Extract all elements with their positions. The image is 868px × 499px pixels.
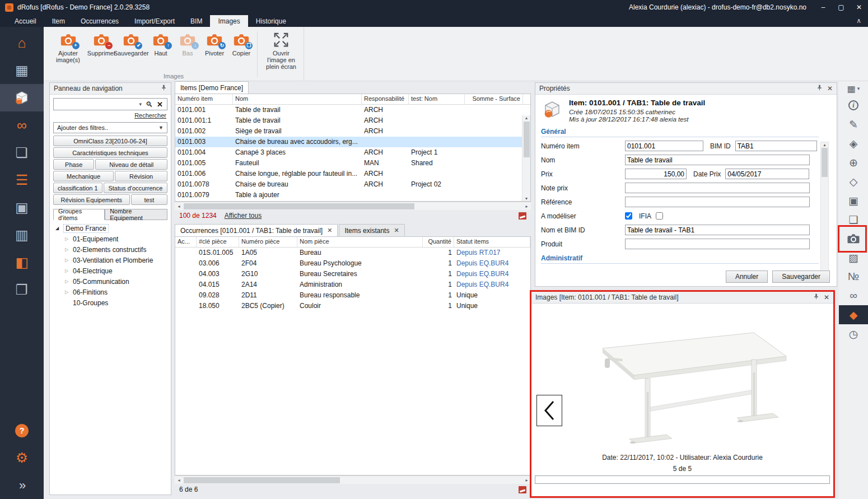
nom-input[interactable] bbox=[625, 155, 810, 165]
minimize-button[interactable]: – bbox=[814, 0, 832, 15]
tree-collapsed-icon[interactable]: ▷ bbox=[65, 290, 70, 295]
table-row-selected[interactable]: 0101.003Chaise de bureau avec accoudoirs… bbox=[175, 137, 530, 147]
clear-search-icon[interactable]: ✕ bbox=[155, 100, 167, 109]
col-statut-items[interactable]: Statut items bbox=[454, 237, 530, 247]
table-row[interactable]: 0101.0079Table à ajouter bbox=[175, 190, 530, 200]
table-row[interactable]: 0101.001:1Table de travailARCH bbox=[175, 115, 530, 126]
table-row[interactable]: 04.0032G10Bureau Secretaires1Depuis EQ.B… bbox=[175, 269, 530, 279]
tree-item[interactable]: ▷03-Ventilation et Plomberie bbox=[50, 255, 171, 265]
col-nom-piece[interactable]: Nom pièce bbox=[297, 237, 423, 247]
cube-icon[interactable]: ◇ bbox=[839, 172, 868, 191]
occurrences-icon[interactable]: ∞ bbox=[0, 111, 44, 139]
numero-item-input[interactable] bbox=[625, 141, 703, 151]
tree-collapsed-icon[interactable]: ▷ bbox=[65, 236, 70, 241]
tree-root[interactable]: ◢ Demo France bbox=[50, 223, 171, 234]
attachments-icon[interactable]: ❏ bbox=[0, 139, 44, 166]
section-administratif[interactable]: Administratif bbox=[541, 254, 819, 264]
properties-scrollbar[interactable]: ▴▾ bbox=[820, 142, 829, 283]
tab-images[interactable]: Images bbox=[210, 15, 248, 27]
package-icon[interactable]: ▣ bbox=[839, 191, 868, 210]
produit-input[interactable] bbox=[625, 239, 810, 249]
pin-icon[interactable] bbox=[161, 85, 167, 92]
col-actions[interactable]: Ac... bbox=[175, 237, 197, 247]
layout-selector-icon[interactable]: ▦▾ bbox=[839, 81, 868, 96]
tab-import-export[interactable]: Import/Export bbox=[127, 15, 183, 27]
tab-items-demo-france[interactable]: Items [Demo France] bbox=[175, 81, 249, 94]
tree-collapsed-icon[interactable]: ▷ bbox=[65, 279, 70, 284]
close-icon[interactable]: ✕ bbox=[827, 85, 833, 92]
col-nom[interactable]: Nom bbox=[233, 94, 362, 104]
projects-icon[interactable]: ⌂ bbox=[0, 29, 44, 57]
tab-accueil[interactable]: Accueil bbox=[7, 15, 44, 27]
collapse-ribbon-icon[interactable]: ∧ bbox=[856, 17, 861, 25]
nom-bim-id-input[interactable] bbox=[625, 225, 810, 235]
model-icon[interactable]: ◆ bbox=[839, 305, 868, 324]
tab-historique[interactable]: Historique bbox=[248, 15, 294, 27]
tree-item[interactable]: ▷04-Electrique bbox=[50, 265, 171, 276]
tab-items-existants[interactable]: Items existants✕ bbox=[339, 224, 404, 236]
image-icon[interactable]: ▨ bbox=[839, 248, 868, 267]
tab-occurrences[interactable]: Occurrences [0101.001 / TAB1: Table de t… bbox=[175, 224, 338, 236]
save-image-button[interactable]: ✔ Sauvegarder bbox=[115, 30, 147, 58]
filter-test[interactable]: test bbox=[131, 194, 167, 205]
filter-revision-equipements[interactable]: Révision Equipements bbox=[53, 194, 130, 205]
filter-caracteristiques[interactable]: Caractéristiques techniques bbox=[53, 147, 167, 158]
tree-item[interactable]: ▷05-Communication bbox=[50, 276, 171, 287]
history-icon[interactable]: ◷ bbox=[839, 324, 868, 343]
clipboard-icon[interactable]: ❑ bbox=[839, 210, 868, 229]
col-cle-piece[interactable]: #clé pièce bbox=[197, 237, 239, 247]
logistics-icon[interactable]: ▣ bbox=[0, 194, 44, 221]
table-row[interactable]: 04.0152A14Administration1Depuis EQ.BUR4 bbox=[175, 279, 530, 290]
delete-image-button[interactable]: − Supprimer bbox=[88, 30, 115, 58]
tree-item[interactable]: ▷06-Finitions bbox=[50, 287, 171, 297]
table-row[interactable]: 0101.002Siège de travailARCH bbox=[175, 126, 530, 137]
reports-icon[interactable]: ❐ bbox=[0, 276, 44, 304]
maximize-button[interactable]: ▢ bbox=[832, 0, 850, 15]
search-dropdown-icon[interactable]: ▾ bbox=[138, 101, 144, 107]
cancel-button[interactable]: Annuler bbox=[726, 271, 768, 283]
col-test-nom[interactable]: test: Nom bbox=[409, 94, 465, 104]
systems-icon[interactable]: ⊕ bbox=[839, 153, 868, 172]
table-row[interactable]: 0101.0078Chaise de bureauARCHProject 02 bbox=[175, 179, 530, 190]
col-numero-piece[interactable]: Numéro pièce bbox=[239, 237, 297, 247]
tree-collapsed-icon[interactable]: ▷ bbox=[65, 268, 70, 273]
open-fullscreen-button[interactable]: Ouvrir l'image en plein écran bbox=[260, 30, 302, 72]
close-tab-icon[interactable]: ✕ bbox=[327, 227, 332, 234]
items-vertical-scrollbar[interactable]: ▴▾ bbox=[522, 115, 530, 201]
tree-collapsed-icon[interactable]: ▷ bbox=[65, 258, 70, 263]
rotate-image-button[interactable]: ↻ Pivoter bbox=[201, 30, 228, 58]
filter-omniclass[interactable]: OmniClass 23[2010-06-24] bbox=[53, 136, 167, 146]
pin-icon[interactable] bbox=[816, 85, 823, 92]
pin-icon[interactable] bbox=[813, 293, 819, 301]
filter-status-occurrence[interactable]: Status d'occurrence bbox=[104, 183, 167, 193]
save-button[interactable]: Sauvegarder bbox=[772, 271, 830, 283]
tab-nombre-equipement[interactable]: Nombre Equipement bbox=[105, 209, 167, 220]
tree-item[interactable]: ▷02-Elements constructifs bbox=[50, 244, 171, 255]
previous-image-button[interactable] bbox=[536, 395, 562, 426]
prix-input[interactable] bbox=[625, 169, 687, 179]
tab-item[interactable]: Item bbox=[44, 15, 73, 27]
date-prix-input[interactable] bbox=[725, 169, 809, 179]
copy-image-button[interactable]: ❐ Copier bbox=[228, 30, 255, 58]
filter-revision[interactable]: Révision bbox=[115, 171, 167, 181]
show-all-link[interactable]: Afficher tous bbox=[225, 212, 262, 220]
table-row[interactable]: 03.0062F04Bureau Psychologue1Depuis EQ.B… bbox=[175, 258, 530, 269]
move-up-button[interactable]: ↑ Haut bbox=[147, 30, 174, 58]
items-horizontal-scrollbar[interactable]: ◂▸ bbox=[175, 202, 531, 210]
edit-properties-icon[interactable]: ✎ bbox=[839, 115, 868, 134]
a-modeliser-checkbox[interactable] bbox=[625, 212, 632, 220]
tab-groupes-items[interactable]: Groupes d'items bbox=[53, 209, 105, 220]
filter-mechanique[interactable]: Mechanique bbox=[53, 171, 114, 181]
table-row[interactable]: 0101.001Table de travailARCH bbox=[175, 105, 530, 115]
info-icon[interactable]: i bbox=[839, 96, 868, 115]
settings-icon[interactable]: ⚙ bbox=[0, 444, 44, 472]
filter-niveau-detail[interactable]: Niveau de détail bbox=[95, 159, 167, 170]
numbering-icon[interactable]: № bbox=[839, 267, 868, 286]
help-icon[interactable]: ? bbox=[0, 417, 44, 444]
tab-bim[interactable]: BIM bbox=[183, 15, 210, 27]
reference-input[interactable] bbox=[625, 197, 810, 207]
items-icon[interactable] bbox=[0, 84, 44, 111]
tree-item[interactable]: 10-Groupes bbox=[50, 297, 171, 308]
clear-filter-icon[interactable] bbox=[519, 212, 526, 220]
finance-icon[interactable]: ☰ bbox=[0, 166, 44, 194]
